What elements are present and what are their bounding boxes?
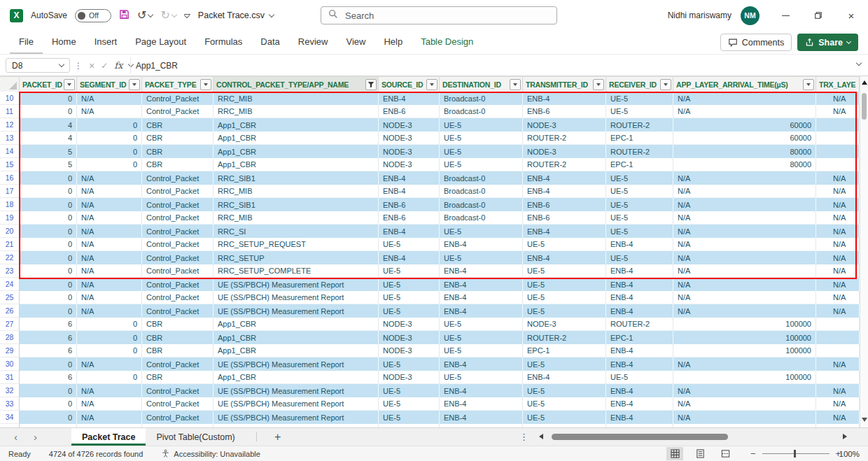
row-number[interactable]: 33 (0, 397, 20, 411)
cell[interactable]: 5 (20, 145, 77, 158)
cell[interactable]: N/A (77, 185, 142, 198)
cancel-icon[interactable]: × (89, 60, 94, 71)
row-number[interactable]: 14 (0, 145, 20, 158)
cell[interactable]: ENB-4 (606, 264, 673, 278)
cell[interactable]: UE-5 (523, 411, 606, 424)
ribbon-tab-help[interactable]: Help (374, 31, 412, 54)
cell[interactable]: NODE-3 (379, 318, 440, 331)
cell[interactable]: 0 (20, 251, 77, 264)
cell[interactable]: N/A (673, 264, 816, 278)
cell[interactable]: N/A (816, 291, 860, 304)
cell[interactable]: UE-5 (440, 118, 523, 132)
cell[interactable]: ENB-4 (440, 238, 523, 251)
row-number[interactable]: 34 (0, 411, 20, 424)
scroll-up-icon[interactable] (862, 80, 867, 85)
cell[interactable]: Control_Packet (142, 304, 214, 318)
filter-dropdown-icon[interactable] (129, 79, 140, 90)
normal-view-button[interactable] (666, 447, 683, 460)
row-number[interactable]: 15 (0, 158, 20, 171)
cell[interactable]: 0 (20, 397, 77, 411)
avatar[interactable]: NM (741, 6, 760, 25)
cell[interactable]: N/A (673, 357, 816, 371)
cell[interactable]: N/A (816, 225, 860, 238)
cell[interactable]: ENB-4 (523, 225, 606, 238)
cell[interactable]: ROUTER-2 (606, 145, 673, 158)
cell[interactable]: 60000 (673, 132, 816, 145)
cell[interactable]: RRC_MIB (214, 211, 379, 225)
cell[interactable]: 0 (20, 225, 77, 238)
cell[interactable]: UE-5 (606, 92, 673, 105)
cell[interactable]: 0 (77, 318, 142, 331)
cell[interactable]: 0 (20, 105, 77, 118)
cell[interactable]: ENB-4 (379, 171, 440, 185)
cell[interactable]: N/A (77, 105, 142, 118)
cell[interactable]: 0 (20, 384, 77, 397)
cell[interactable]: 0 (77, 331, 142, 344)
sheet-nav-prev-icon[interactable]: ‹ (14, 428, 18, 446)
cell[interactable]: 0 (20, 357, 77, 371)
cell[interactable]: UE (SS/PBCH) Measurement Report (214, 291, 379, 304)
cell[interactable]: UE-5 (606, 105, 673, 118)
cell[interactable]: App1_CBR (214, 331, 379, 344)
cell[interactable]: ENB-4 (440, 357, 523, 371)
cell[interactable]: App1_CBR (214, 132, 379, 145)
undo-button[interactable]: ↺ (137, 10, 153, 21)
cell[interactable]: UE (SS/PBCH) Measurement Report (214, 384, 379, 397)
ribbon-tab-table-design[interactable]: Table Design (412, 31, 482, 54)
cell[interactable]: RRC_SIB1 (214, 171, 379, 185)
cell[interactable]: ENB-4 (440, 291, 523, 304)
cell[interactable]: UE-5 (523, 238, 606, 251)
cell[interactable]: UE-5 (379, 357, 440, 371)
filter-dropdown-icon[interactable] (593, 79, 604, 90)
row-number[interactable]: 26 (0, 304, 20, 318)
excel-app-icon[interactable]: X (10, 9, 23, 22)
cell[interactable]: Broadcast-0 (440, 92, 523, 105)
scroll-down-icon[interactable] (862, 418, 867, 422)
cell[interactable]: CBR (142, 118, 214, 132)
cell[interactable]: ENB-4 (606, 397, 673, 411)
row-number[interactable]: 18 (0, 198, 20, 211)
cell[interactable]: RRC_SIB1 (214, 198, 379, 211)
cell[interactable]: NODE-3 (379, 331, 440, 344)
cell[interactable]: 0 (20, 211, 77, 225)
row-number[interactable]: 25 (0, 291, 20, 304)
row-number[interactable]: 32 (0, 384, 20, 397)
cell[interactable]: NODE-3 (379, 132, 440, 145)
cell[interactable]: App1_CBR (214, 145, 379, 158)
row-number[interactable]: 24 (0, 278, 20, 291)
cell[interactable]: ENB-6 (523, 198, 606, 211)
cell[interactable]: Control_Packet (142, 238, 214, 251)
cell[interactable]: UE (SS/PBCH) Measurement Report (214, 304, 379, 318)
vertical-scrollbar[interactable] (860, 76, 868, 427)
row-number[interactable]: 19 (0, 211, 20, 225)
row-number[interactable]: 10 (0, 92, 20, 105)
cell[interactable] (816, 371, 860, 384)
user-name[interactable]: Nidhi mariswamy (668, 10, 732, 20)
cell[interactable]: Control_Packet (142, 264, 214, 278)
cell[interactable]: 0 (77, 344, 142, 357)
cell[interactable]: 0 (20, 411, 77, 424)
cell[interactable]: N/A (77, 238, 142, 251)
cell[interactable]: UE-5 (379, 384, 440, 397)
cell[interactable]: RRC_SETUP (214, 251, 379, 264)
more-options-icon[interactable]: ⋮ (519, 428, 528, 446)
cell[interactable]: N/A (816, 278, 860, 291)
zoom-level[interactable]: 100% (839, 446, 860, 461)
cell[interactable]: ENB-4 (379, 251, 440, 264)
enter-icon[interactable]: ✓ (101, 61, 108, 71)
cell[interactable]: App1_CBR (214, 318, 379, 331)
column-header-receiver-id[interactable]: RECEIVER_ID (606, 77, 673, 92)
column-header-destination-id[interactable]: DESTINATION_ID (440, 77, 523, 92)
cell[interactable] (816, 318, 860, 331)
cell[interactable]: N/A (816, 92, 860, 105)
cell[interactable]: NODE-3 (379, 371, 440, 384)
cell[interactable]: N/A (816, 105, 860, 118)
cell[interactable]: ENB-4 (606, 344, 673, 357)
cell[interactable]: ENB-4 (606, 278, 673, 291)
cell[interactable]: UE-5 (379, 264, 440, 278)
cell[interactable]: N/A (77, 304, 142, 318)
cell[interactable]: 100000 (673, 344, 816, 357)
cell[interactable]: Broadcast-0 (440, 198, 523, 211)
cell[interactable]: N/A (77, 264, 142, 278)
search-input[interactable] (344, 10, 528, 22)
